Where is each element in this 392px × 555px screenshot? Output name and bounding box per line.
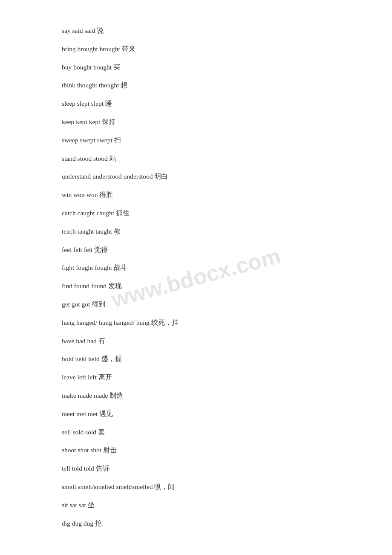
verb-item-say: say said said 说	[62, 26, 330, 36]
verb-item-hang: hang hanged/ hung hanged/ hung 绞死，挂	[62, 318, 330, 328]
verb-item-stand: stand stood stood 站	[62, 153, 330, 164]
verb-item-sit: sit sat sat 坐	[62, 500, 330, 511]
verb-item-get: get got got 得到	[62, 299, 330, 310]
verb-item-shoot: shoot shot shot 射击	[62, 445, 330, 456]
main-content: say said said 说bring brought brought 带来b…	[0, 0, 392, 555]
verb-item-leave: leave left left 离开	[62, 372, 330, 383]
verb-item-buy: buy bought bought 买	[62, 62, 330, 73]
verb-item-tell: tell told told 告诉	[62, 463, 330, 474]
verb-item-find: find found found 发现	[62, 281, 330, 292]
verb-item-dig: dig dug dug 挖	[62, 518, 330, 529]
verb-item-meet: meet met met 遇见	[62, 409, 330, 419]
verb-item-win: win won won 得胜	[62, 190, 330, 200]
verb-item-make: make made made 制造	[62, 390, 330, 401]
verb-item-keep: keep kept kept 保持	[62, 117, 330, 127]
verb-item-sweep: sweep swept swept 扫	[62, 135, 330, 146]
verb-item-catch: catch caught caught 抓住	[62, 208, 330, 219]
verb-item-hold: hold held held 盛，握	[62, 354, 330, 364]
verb-item-smell: smell smelt/smelled smelt/smelled 嗅，闻	[62, 482, 330, 492]
verb-item-understand: understand understood understood 明白	[62, 171, 330, 182]
verb-item-feel: feel felt felt 觉得	[62, 245, 330, 255]
verb-item-fight: fight fought fought 战斗	[62, 263, 330, 273]
verb-item-sleep: sleep slept slept 睡	[62, 98, 330, 109]
verb-item-teach: teach taught taught 教	[62, 226, 330, 237]
verb-item-sell: sell sold sold 卖	[62, 427, 330, 438]
verb-item-bring: bring brought brought 带来	[62, 44, 330, 55]
verb-item-think: think thought thought 想	[62, 80, 330, 91]
verb-item-have: have had had 有	[62, 336, 330, 347]
